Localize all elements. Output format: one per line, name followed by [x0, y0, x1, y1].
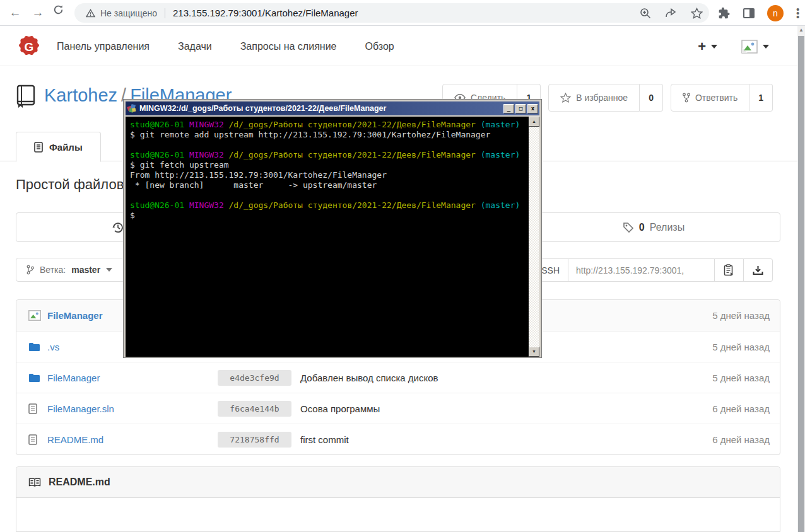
commit-message[interactable]: Осова программы [300, 403, 380, 414]
file-time: 6 дней назад [712, 434, 770, 445]
releases-count: 0 [639, 222, 645, 233]
folder-icon [28, 373, 40, 383]
scrollbar-up-arrow-icon[interactable]: ▲ [529, 117, 539, 127]
page-scrollbar[interactable]: ▲ [797, 26, 805, 532]
address-bar[interactable]: Не защищено 213.155.192.79:3001/Kartohez… [74, 3, 709, 23]
gogs-logo-icon[interactable]: G [18, 35, 40, 58]
side-panel-icon[interactable] [743, 8, 755, 18]
commit-message[interactable]: Добавлен вывод списка дисков [300, 373, 438, 383]
releases-stat[interactable]: 0 Релизы [526, 213, 781, 241]
copy-clipboard-button[interactable] [715, 258, 744, 282]
bookmark-star-icon[interactable] [691, 8, 703, 19]
table-row: FileManager e4de3cfe9d Добавлен вывод сп… [16, 362, 780, 393]
terminal-body[interactable]: stud@N26-01 MINGW32 /d/_gogs/Работы студ… [126, 117, 539, 357]
zoom-icon[interactable] [640, 8, 651, 19]
file-icon [28, 434, 37, 445]
browser-menu-icon[interactable]: ••• [796, 8, 800, 19]
fork-icon [683, 93, 690, 103]
broken-avatar-icon [28, 310, 41, 321]
browser-reload-button[interactable] [53, 4, 71, 22]
chevron-down-icon [106, 268, 112, 272]
file-link[interactable]: FileManager.sln [47, 403, 218, 414]
svg-text:G: G [25, 40, 34, 54]
browser-back-button[interactable]: ← [6, 4, 24, 21]
create-new-dropdown[interactable]: + [698, 40, 717, 53]
extensions-puzzle-icon[interactable] [718, 7, 731, 20]
branch-icon [26, 265, 34, 275]
branch-label: Ветка: [40, 265, 66, 275]
share-icon[interactable] [665, 8, 677, 18]
file-icon [34, 142, 43, 153]
scrollbar-up-arrow-icon[interactable]: ▲ [797, 27, 805, 33]
tab-files-label: Файлы [49, 142, 83, 153]
table-row: README.md 7218758ffd first commit 6 дней… [16, 424, 780, 454]
plus-icon: + [698, 40, 706, 53]
open-book-icon [28, 478, 41, 487]
chevron-down-icon [711, 45, 717, 49]
commit-hash-badge[interactable]: f6ca4e144b [218, 401, 291, 417]
file-time: 6 дней назад [712, 403, 770, 414]
repo-owner-link[interactable]: Kartohez [44, 85, 117, 105]
branch-selector[interactable]: Ветка: master [16, 258, 136, 282]
browser-toolbar: ← → Не защищено 213.155.192.79:3001/Kart… [0, 0, 805, 26]
commit-message[interactable]: first commit [300, 434, 349, 445]
browser-forward-button[interactable]: → [29, 4, 47, 21]
url-text[interactable]: 213.155.192.79:3001/Kartohez/FileManager [173, 8, 358, 18]
file-link[interactable]: FileManager [47, 373, 218, 383]
maximize-button[interactable]: □ [515, 104, 526, 113]
folder-icon [28, 342, 40, 352]
star-button-group: В избранное 0 [548, 84, 663, 112]
repo-book-icon [16, 84, 36, 108]
nav-pull-requests[interactable]: Запросы на слияние [240, 41, 337, 52]
scrollbar-down-arrow-icon[interactable]: ▼ [529, 347, 539, 357]
nav-issues[interactable]: Задачи [178, 41, 212, 52]
file-link[interactable]: README.md [47, 434, 218, 445]
gogs-navbar: G Панель управления Задачи Запросы на сл… [0, 26, 797, 66]
broken-avatar-icon [741, 40, 758, 54]
chevron-down-icon [763, 45, 769, 49]
browser-profile-avatar[interactable]: n [767, 5, 784, 21]
star-count[interactable]: 0 [640, 84, 663, 112]
terminal-titlebar[interactable]: MINGW32:/d/_gogs/Работы студентов/2021-2… [126, 101, 539, 115]
file-time: 5 дней назад [712, 342, 770, 352]
security-label[interactable]: Не защищено [100, 8, 157, 18]
clone-url-input[interactable] [568, 258, 715, 282]
star-label: В избранное [576, 93, 628, 103]
close-button[interactable]: x [527, 104, 538, 113]
terminal-output: stud@N26-01 MINGW32 /d/_gogs/Работы студ… [130, 120, 526, 221]
tag-icon [623, 222, 634, 233]
readme-title: README.md [49, 477, 110, 488]
commit-history-icon[interactable] [111, 221, 125, 234]
fork-count[interactable]: 1 [749, 84, 773, 112]
clipboard-icon [724, 264, 734, 276]
tab-files[interactable]: Файлы [16, 132, 101, 162]
readme-panel: README.md [16, 466, 780, 532]
download-button[interactable] [744, 258, 773, 282]
commit-hash-badge[interactable]: 7218758ffd [218, 432, 291, 448]
fork-label: Ответвить [695, 93, 737, 103]
nav-dashboard[interactable]: Панель управления [57, 41, 150, 52]
repo-description: Простой файлов [16, 176, 124, 193]
fork-button-group: Ответвить 1 [671, 84, 773, 112]
branch-name: master [71, 265, 100, 275]
star-button[interactable]: В избранное [548, 84, 640, 112]
git-gui-icon [127, 104, 136, 113]
minimize-button[interactable]: _ [503, 104, 514, 113]
terminal-title: MINGW32:/d/_gogs/Работы студентов/2021-2… [139, 104, 503, 113]
address-divider [165, 8, 165, 18]
download-icon [753, 265, 763, 275]
terminal-scrollbar[interactable]: ▲ ▼ [529, 117, 539, 357]
file-time: 5 дней назад [712, 373, 770, 383]
releases-label: Релизы [650, 222, 685, 233]
page-scrollbar-thumb[interactable] [798, 36, 804, 532]
star-icon [560, 93, 571, 103]
file-icon [28, 403, 37, 414]
mingw-terminal-window[interactable]: MINGW32:/d/_gogs/Работы студентов/2021-2… [124, 100, 541, 357]
user-menu-dropdown[interactable] [741, 40, 769, 54]
not-secure-warning-icon [86, 9, 95, 18]
commit-time: 5 дней назад [712, 310, 770, 321]
fork-button[interactable]: Ответвить [671, 84, 749, 112]
table-row: FileManager.sln f6ca4e144b Осова програм… [16, 393, 780, 424]
nav-explore[interactable]: Обзор [365, 41, 394, 52]
commit-hash-badge[interactable]: e4de3cfe9d [218, 370, 291, 386]
